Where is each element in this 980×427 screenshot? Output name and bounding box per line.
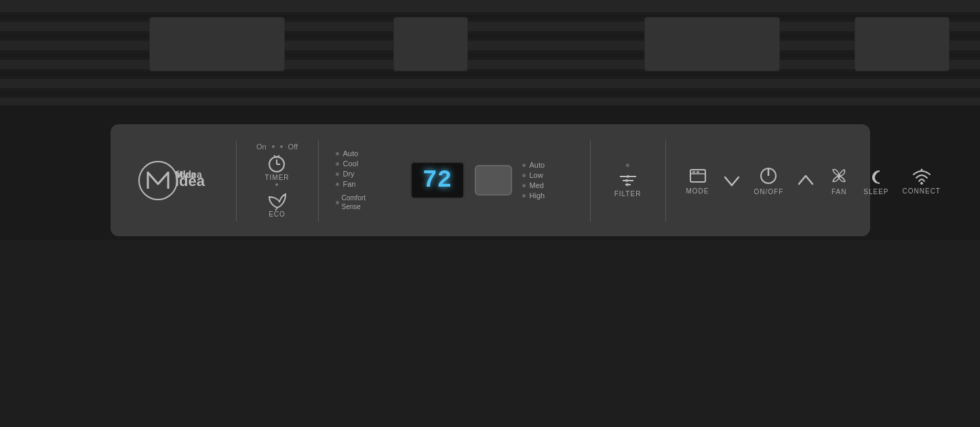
display-section: 72 xyxy=(404,162,519,199)
fan-icon xyxy=(828,166,850,186)
secondary-display xyxy=(475,165,512,196)
speed-high: High xyxy=(522,191,545,200)
speed-low: Low xyxy=(522,171,543,179)
svg-point-14 xyxy=(627,175,629,178)
bottom-grille xyxy=(0,240,980,427)
mode-fan: Fan xyxy=(336,180,359,188)
filter-indicator xyxy=(626,164,629,167)
timer-indicator xyxy=(275,183,278,186)
button-row: MODE ON/OFF xyxy=(676,162,951,199)
sleep-label: SLEEP xyxy=(863,188,888,196)
chevron-down-icon xyxy=(723,173,741,188)
mode-dry: Dry xyxy=(336,170,359,178)
temperature-display: 72 xyxy=(410,162,465,199)
svg-point-0 xyxy=(139,162,177,200)
divider-3 xyxy=(590,140,591,221)
mode-section: Auto Cool Dry Fan ComfortSense xyxy=(329,149,404,211)
speed-auto: Auto xyxy=(522,161,545,169)
temp-down-button[interactable] xyxy=(716,170,747,191)
on-off-label: ON/OFF xyxy=(754,188,784,196)
top-grille xyxy=(0,0,980,105)
fan-label: FAN xyxy=(831,188,846,196)
eco-label: ECO xyxy=(269,210,286,218)
speed-med: Med xyxy=(522,181,544,189)
comfort-sense-label: ComfortSense xyxy=(342,193,366,211)
filter-section: FILTER xyxy=(601,164,655,198)
fan-button[interactable]: FAN xyxy=(821,162,857,199)
divider-4 xyxy=(665,140,666,221)
svg-text:idea: idea xyxy=(175,172,205,189)
eco-icon xyxy=(267,191,288,210)
on-indicator xyxy=(272,145,275,148)
logo-section: idea M Midea idea xyxy=(131,160,226,201)
mode-options-list: Auto Cool Dry Fan xyxy=(336,149,359,188)
svg-point-16 xyxy=(626,183,629,186)
on-label: On xyxy=(256,143,267,151)
mode-auto: Auto xyxy=(336,149,359,157)
fan-speed-section: Auto Low Med High xyxy=(519,161,580,200)
temp-up-button[interactable] xyxy=(790,170,821,191)
timer-icon xyxy=(266,152,288,174)
comfort-sense: ComfortSense xyxy=(336,193,366,211)
power-icon xyxy=(758,166,779,186)
off-label: Off xyxy=(288,143,298,151)
mode-cool: Cool xyxy=(336,160,359,168)
sleep-button[interactable]: SLEEP xyxy=(857,162,895,199)
mode-button[interactable]: MODE xyxy=(680,163,716,198)
mode-icon xyxy=(688,166,708,185)
off-indicator xyxy=(280,145,283,148)
ac-unit: idea M Midea idea On Off xyxy=(0,0,980,427)
divider-1 xyxy=(236,140,237,221)
wifi-icon xyxy=(911,166,933,185)
eco-control[interactable]: ECO xyxy=(267,191,288,218)
timer-label: TIMER xyxy=(264,174,289,181)
filter-label: FILTER xyxy=(614,190,642,198)
filter-icon xyxy=(617,171,639,190)
mode-button-label: MODE xyxy=(686,187,709,195)
sleep-icon xyxy=(866,166,886,186)
on-off-row: On Off xyxy=(256,143,298,151)
connect-label: CONNECT xyxy=(903,187,941,195)
svg-point-24 xyxy=(920,182,923,185)
svg-rect-20 xyxy=(697,171,699,172)
midea-logo: idea M Midea idea xyxy=(138,160,219,201)
svg-point-23 xyxy=(838,174,841,177)
svg-rect-19 xyxy=(692,171,695,172)
svg-point-25 xyxy=(920,168,922,170)
svg-point-15 xyxy=(625,179,628,182)
chevron-up-icon xyxy=(797,173,815,188)
timer-control[interactable]: TIMER xyxy=(264,152,289,186)
timer-eco-section: On Off TIMER xyxy=(247,143,308,218)
temp-value: 72 xyxy=(423,166,452,194)
on-off-button[interactable]: ON/OFF xyxy=(747,162,791,199)
control-panel: idea M Midea idea On Off xyxy=(111,124,870,236)
divider-2 xyxy=(318,140,319,221)
connect-button[interactable]: CONNECT xyxy=(896,163,947,198)
